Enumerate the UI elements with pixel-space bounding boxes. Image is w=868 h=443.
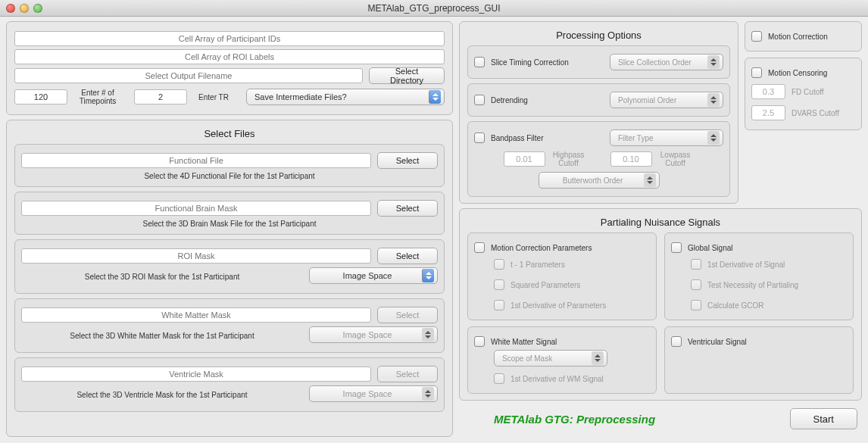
global-signal-checkbox[interactable] (671, 242, 682, 253)
squared-checkbox (494, 279, 504, 290)
motion-censoring-panel: Motion Censoring FD Cutoff DVARS Cutoff (745, 58, 862, 130)
test-necessity-checkbox (691, 279, 701, 290)
wm-mask-box: Select Select the 3D White Matter Mask f… (14, 298, 445, 353)
roi-mask-input[interactable] (21, 248, 371, 264)
wm-mask-input (21, 307, 371, 323)
global-signal-box: Global Signal 1st Derivative of Signal T… (664, 232, 854, 320)
select-directory-button[interactable]: Select Directory (369, 67, 445, 84)
chevron-updown-icon (429, 90, 441, 104)
dvars-cutoff-input (751, 105, 785, 120)
processing-options-panel: Processing Options Slice Timing Correcti… (459, 21, 738, 204)
deriv-wm-checkbox (494, 373, 504, 384)
chevron-updown-icon (644, 173, 656, 187)
slice-timing-checkbox[interactable] (474, 57, 485, 67)
wm-signal-label: White Matter Signal (491, 338, 557, 346)
vent-signal-box: Ventricular Signal (664, 326, 854, 394)
tr-label: Enter TR (195, 93, 233, 101)
first-deriv-label: 1st Derivative of Parameters (510, 301, 606, 310)
wm-signal-checkbox[interactable] (474, 336, 485, 347)
tr-input[interactable] (134, 89, 187, 105)
minimize-icon[interactable] (20, 4, 29, 13)
motion-censoring-label: Motion Censoring (768, 69, 827, 77)
motion-correction-checkbox[interactable] (751, 31, 762, 42)
lowpass-label: Lowpass Cutoff (657, 151, 695, 167)
motion-correction-label: Motion Correction (768, 33, 828, 41)
motion-params-checkbox[interactable] (474, 242, 485, 253)
partialing-panel: Partialing Nuisance Signals Motion Corre… (459, 208, 862, 401)
save-intermediate-label: Save Intermediate Files? (254, 92, 347, 101)
bandpass-label: Bandpass Filter (491, 134, 604, 142)
bandpass-box: Bandpass Filter Filter Type Highpass Cut… (467, 121, 730, 197)
dvars-cutoff-label: DVARS Cutoff (792, 109, 839, 117)
motion-correction-panel: Motion Correction (745, 21, 862, 51)
functional-select-button[interactable]: Select (377, 152, 438, 169)
zoom-icon[interactable] (33, 4, 42, 13)
slice-order-popup: Slice Collection Order (610, 54, 723, 70)
roi-labels-input[interactable] (14, 49, 445, 64)
output-filename-input[interactable] (14, 68, 363, 83)
squared-label: Squared Parameters (510, 281, 580, 289)
vent-signal-label: Ventricular Signal (688, 338, 747, 346)
vent-mask-box: Select Select the 3D Ventricle Mask for … (14, 357, 445, 412)
select-files-heading: Select Files (14, 128, 445, 139)
num-timepoints-label: Enter # of Timepoints (75, 89, 120, 105)
detrending-label: Detrending (491, 96, 604, 105)
gcor-checkbox (691, 300, 701, 310)
functional-hint: Select the 4D Functional File for the 1s… (21, 172, 438, 180)
chevron-updown-icon (422, 328, 434, 342)
global-signal-label: Global Signal (688, 244, 732, 252)
vent-image-space-label: Image Space (317, 389, 417, 398)
brain-mask-hint: Select the 3D Brain Mask File for the 1s… (21, 220, 438, 228)
window-titlebar: METAlab_GTG_preprocess_GUI (0, 0, 868, 17)
scope-of-mask-popup: Scope of Mask (494, 350, 607, 367)
deriv-signal-checkbox (691, 259, 701, 270)
roi-mask-box: Select Select the 3D ROI Mask for the 1s… (14, 239, 445, 294)
vent-signal-checkbox[interactable] (671, 336, 682, 347)
functional-file-input[interactable] (21, 153, 371, 168)
close-icon[interactable] (6, 4, 15, 13)
num-timepoints-input[interactable] (14, 89, 67, 105)
roi-mask-select-button[interactable]: Select (377, 248, 438, 264)
poly-order-popup: Polynomial Order (610, 92, 723, 108)
brain-mask-select-button[interactable]: Select (377, 200, 438, 217)
motion-params-label: Motion Correction Parameters (491, 244, 592, 252)
wm-image-space-label: Image Space (317, 330, 417, 339)
slice-timing-label: Slice Timing Correction (491, 58, 604, 67)
slice-timing-box: Slice Timing Correction Slice Collection… (467, 45, 730, 79)
filter-type-label: Filter Type (618, 134, 654, 142)
filter-type-popup: Filter Type (610, 129, 723, 146)
detrending-checkbox[interactable] (474, 95, 485, 105)
motion-params-box: Motion Correction Parameters t - 1 Param… (467, 232, 657, 320)
t1-checkbox (494, 259, 504, 270)
start-button[interactable]: Start (790, 408, 857, 429)
window-title: METAlab_GTG_preprocess_GUI (0, 3, 868, 14)
wm-mask-hint: Select the 3D White Matter Mask for the … (21, 332, 303, 340)
brain-mask-box: Select Select the 3D Brain Mask File for… (14, 192, 445, 235)
chevron-updown-icon (707, 93, 720, 107)
partialing-heading: Partialing Nuisance Signals (467, 217, 854, 228)
select-files-panel: Select Files Select Select the 4D Functi… (6, 120, 453, 437)
wm-image-space-popup: Image Space (309, 326, 438, 343)
brain-mask-input[interactable] (21, 201, 371, 216)
chevron-updown-icon (422, 269, 434, 282)
participant-ids-input[interactable] (14, 31, 445, 46)
vent-mask-input (21, 367, 371, 382)
bandpass-checkbox[interactable] (474, 133, 485, 143)
butterworth-popup: Butterworth Order (539, 172, 660, 189)
brand-text: METAlab GTG: Preprocessing (494, 413, 655, 426)
setup-panel: Select Directory Enter # of Timepoints E… (6, 21, 453, 115)
vent-image-space-popup: Image Space (309, 385, 438, 402)
vent-mask-hint: Select the 3D Ventricle Mask for the 1st… (21, 391, 303, 399)
vent-mask-select-button: Select (377, 366, 438, 382)
t1-label: t - 1 Parameters (510, 260, 565, 269)
save-intermediate-popup[interactable]: Save Intermediate Files? (246, 89, 445, 105)
wm-signal-box: White Matter Signal Scope of Mask 1st De… (467, 326, 657, 394)
roi-image-space-popup[interactable]: Image Space (309, 267, 438, 284)
motion-censoring-checkbox[interactable] (751, 67, 762, 78)
functional-file-box: Select Select the 4D Functional File for… (14, 144, 445, 187)
roi-mask-hint: Select the 3D ROI Mask for the 1st Parti… (21, 273, 303, 281)
roi-image-space-label: Image Space (317, 271, 417, 280)
deriv-signal-label: 1st Derivative of Signal (707, 260, 785, 269)
processing-heading: Processing Options (467, 30, 730, 41)
lowpass-input (610, 151, 652, 167)
